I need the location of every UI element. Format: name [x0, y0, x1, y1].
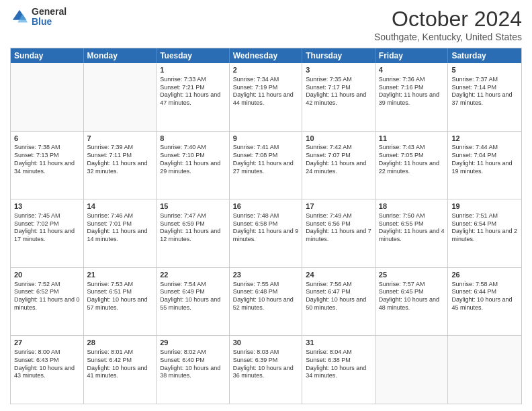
day-number: 31 — [306, 338, 371, 348]
calendar-cell: 13Sunrise: 7:45 AM Sunset: 7:02 PM Dayli… — [11, 199, 84, 267]
day-number: 13 — [14, 201, 80, 212]
cell-info: Sunrise: 8:04 AM Sunset: 6:38 PM Dayligh… — [306, 349, 371, 380]
calendar-cell: 14Sunrise: 7:46 AM Sunset: 7:01 PM Dayli… — [84, 199, 157, 267]
cell-info: Sunrise: 7:41 AM Sunset: 7:08 PM Dayligh… — [233, 144, 299, 175]
header-day-thursday: Thursday — [302, 48, 375, 63]
page: General Blue October 2024 Southgate, Ken… — [0, 0, 532, 411]
day-number: 21 — [87, 270, 153, 280]
cell-info: Sunrise: 7:57 AM Sunset: 6:45 PM Dayligh… — [379, 281, 445, 312]
day-number: 30 — [233, 338, 299, 348]
header-day-friday: Friday — [375, 48, 449, 63]
calendar-row-3: 20Sunrise: 7:52 AM Sunset: 6:52 PM Dayli… — [11, 267, 521, 336]
day-number: 15 — [160, 201, 226, 212]
cell-info: Sunrise: 7:33 AM Sunset: 7:21 PM Dayligh… — [160, 76, 226, 107]
day-number: 3 — [306, 65, 371, 75]
cell-info: Sunrise: 7:43 AM Sunset: 7:05 PM Dayligh… — [379, 144, 445, 175]
month-title: October 2024 — [374, 7, 522, 32]
cell-info: Sunrise: 7:55 AM Sunset: 6:48 PM Dayligh… — [233, 281, 299, 312]
calendar-cell: 9Sunrise: 7:41 AM Sunset: 7:08 PM Daylig… — [230, 132, 303, 199]
day-number: 25 — [379, 270, 445, 280]
header-day-monday: Monday — [84, 48, 157, 63]
day-number: 29 — [160, 338, 226, 348]
cell-info: Sunrise: 7:51 AM Sunset: 6:54 PM Dayligh… — [451, 212, 518, 244]
calendar-cell: 4Sunrise: 7:36 AM Sunset: 7:16 PM Daylig… — [375, 63, 449, 131]
calendar-cell: 12Sunrise: 7:44 AM Sunset: 7:04 PM Dayli… — [448, 132, 521, 199]
logo: General Blue — [10, 7, 66, 28]
day-number: 1 — [160, 65, 226, 75]
cell-info: Sunrise: 7:45 AM Sunset: 7:02 PM Dayligh… — [14, 212, 80, 244]
cell-info: Sunrise: 7:54 AM Sunset: 6:49 PM Dayligh… — [160, 281, 226, 312]
calendar-cell: 20Sunrise: 7:52 AM Sunset: 6:52 PM Dayli… — [11, 268, 84, 336]
cell-info: Sunrise: 7:40 AM Sunset: 7:10 PM Dayligh… — [160, 144, 226, 175]
header-day-tuesday: Tuesday — [157, 48, 230, 63]
cell-info: Sunrise: 7:47 AM Sunset: 6:59 PM Dayligh… — [160, 212, 226, 244]
calendar-cell: 11Sunrise: 7:43 AM Sunset: 7:05 PM Dayli… — [375, 132, 449, 199]
day-number: 8 — [160, 134, 226, 144]
calendar-cell: 6Sunrise: 7:38 AM Sunset: 7:13 PM Daylig… — [11, 132, 84, 199]
calendar-row-4: 27Sunrise: 8:00 AM Sunset: 6:43 PM Dayli… — [11, 335, 521, 404]
calendar-cell: 21Sunrise: 7:53 AM Sunset: 6:51 PM Dayli… — [84, 268, 157, 336]
header-day-saturday: Saturday — [448, 48, 521, 63]
cell-info: Sunrise: 7:44 AM Sunset: 7:04 PM Dayligh… — [451, 144, 518, 175]
day-number: 19 — [451, 201, 518, 212]
day-number: 9 — [233, 134, 299, 144]
logo-text: General Blue — [32, 7, 66, 28]
cell-info: Sunrise: 7:50 AM Sunset: 6:55 PM Dayligh… — [379, 212, 445, 244]
logo-icon — [10, 7, 29, 26]
calendar-cell: 15Sunrise: 7:47 AM Sunset: 6:59 PM Dayli… — [157, 199, 230, 267]
cell-info: Sunrise: 8:02 AM Sunset: 6:40 PM Dayligh… — [160, 349, 226, 380]
cell-info: Sunrise: 7:39 AM Sunset: 7:11 PM Dayligh… — [87, 144, 153, 175]
header: General Blue October 2024 Southgate, Ken… — [10, 7, 522, 42]
calendar-cell: 8Sunrise: 7:40 AM Sunset: 7:10 PM Daylig… — [157, 132, 230, 199]
calendar-cell: 1Sunrise: 7:33 AM Sunset: 7:21 PM Daylig… — [157, 63, 230, 131]
calendar-row-0: 1Sunrise: 7:33 AM Sunset: 7:21 PM Daylig… — [11, 63, 521, 131]
cell-info: Sunrise: 7:34 AM Sunset: 7:19 PM Dayligh… — [233, 76, 299, 107]
day-number: 5 — [451, 65, 518, 75]
calendar: SundayMondayTuesdayWednesdayThursdayFrid… — [10, 48, 522, 404]
day-number: 18 — [379, 201, 445, 212]
day-number: 6 — [14, 134, 80, 144]
header-day-wednesday: Wednesday — [230, 48, 303, 63]
calendar-cell: 24Sunrise: 7:56 AM Sunset: 6:47 PM Dayli… — [302, 268, 375, 336]
day-number: 4 — [379, 65, 445, 75]
day-number: 26 — [451, 270, 518, 280]
calendar-cell: 19Sunrise: 7:51 AM Sunset: 6:54 PM Dayli… — [448, 199, 521, 267]
cell-info: Sunrise: 7:36 AM Sunset: 7:16 PM Dayligh… — [379, 76, 445, 107]
cell-info: Sunrise: 7:52 AM Sunset: 6:52 PM Dayligh… — [14, 281, 80, 312]
day-number: 12 — [451, 134, 518, 144]
day-number: 17 — [306, 201, 371, 212]
cell-info: Sunrise: 7:42 AM Sunset: 7:07 PM Dayligh… — [306, 144, 371, 175]
cell-info: Sunrise: 7:46 AM Sunset: 7:01 PM Dayligh… — [87, 212, 153, 244]
day-number: 10 — [306, 134, 371, 144]
day-number: 7 — [87, 134, 153, 144]
calendar-cell: 29Sunrise: 8:02 AM Sunset: 6:40 PM Dayli… — [157, 336, 230, 404]
logo-general: General — [32, 7, 66, 17]
calendar-cell: 31Sunrise: 8:04 AM Sunset: 6:38 PM Dayli… — [302, 336, 375, 404]
cell-info: Sunrise: 7:58 AM Sunset: 6:44 PM Dayligh… — [451, 281, 518, 312]
calendar-cell: 18Sunrise: 7:50 AM Sunset: 6:55 PM Dayli… — [375, 199, 449, 267]
calendar-cell: 3Sunrise: 7:35 AM Sunset: 7:17 PM Daylig… — [302, 63, 375, 131]
calendar-cell: 30Sunrise: 8:03 AM Sunset: 6:39 PM Dayli… — [230, 336, 303, 404]
day-number: 27 — [14, 338, 80, 348]
cell-info: Sunrise: 7:53 AM Sunset: 6:51 PM Dayligh… — [87, 281, 153, 312]
cell-info: Sunrise: 7:35 AM Sunset: 7:17 PM Dayligh… — [306, 76, 371, 107]
calendar-cell: 23Sunrise: 7:55 AM Sunset: 6:48 PM Dayli… — [230, 268, 303, 336]
calendar-cell: 5Sunrise: 7:37 AM Sunset: 7:14 PM Daylig… — [448, 63, 521, 131]
day-number: 22 — [160, 270, 226, 280]
calendar-cell — [84, 63, 157, 131]
calendar-cell — [375, 336, 449, 404]
day-number: 14 — [87, 201, 153, 212]
cell-info: Sunrise: 8:01 AM Sunset: 6:42 PM Dayligh… — [87, 349, 153, 380]
day-number: 2 — [233, 65, 299, 75]
logo-blue: Blue — [32, 17, 66, 27]
calendar-cell — [448, 336, 521, 404]
calendar-cell: 26Sunrise: 7:58 AM Sunset: 6:44 PM Dayli… — [448, 268, 521, 336]
calendar-header: SundayMondayTuesdayWednesdayThursdayFrid… — [11, 48, 521, 63]
title-section: October 2024 Southgate, Kentucky, United… — [374, 7, 522, 42]
day-number: 16 — [233, 201, 299, 212]
calendar-cell: 22Sunrise: 7:54 AM Sunset: 6:49 PM Dayli… — [157, 268, 230, 336]
header-day-sunday: Sunday — [11, 48, 84, 63]
calendar-cell — [11, 63, 84, 131]
day-number: 24 — [306, 270, 371, 280]
cell-info: Sunrise: 7:49 AM Sunset: 6:56 PM Dayligh… — [306, 212, 371, 244]
